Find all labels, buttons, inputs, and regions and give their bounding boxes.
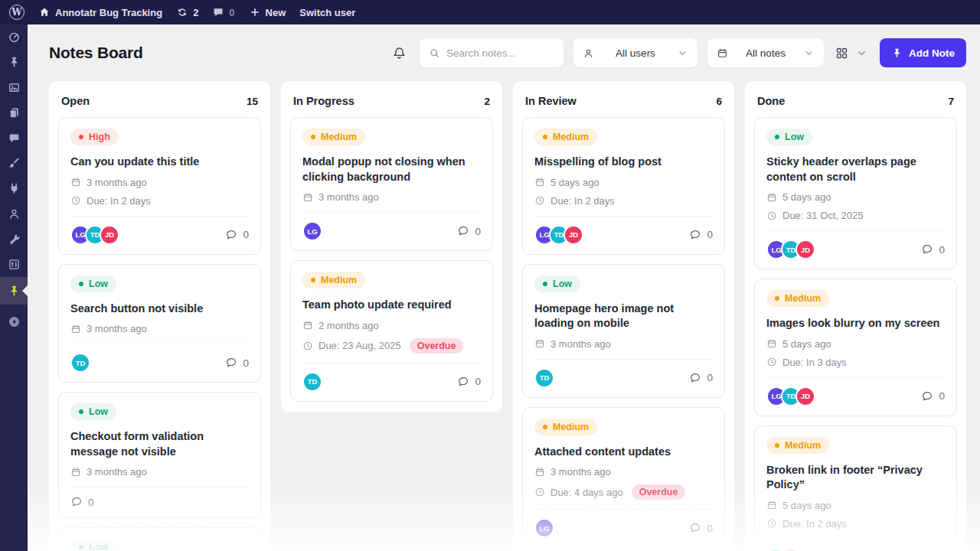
note-card[interactable]: Low Odd line height here 3 months ago <box>58 527 261 551</box>
sidebar-item-plugins[interactable] <box>0 176 28 201</box>
view-toggle-dropdown[interactable] <box>834 47 870 60</box>
calendar-icon <box>766 338 777 349</box>
sidebar-item-comments[interactable] <box>0 126 28 151</box>
search-input[interactable] <box>446 47 554 59</box>
wordpress-logo[interactable]: W <box>9 5 24 20</box>
assignee-avatars: LG <box>302 221 322 241</box>
sidebar-item-posts[interactable] <box>0 50 28 75</box>
clock-icon <box>766 518 777 529</box>
grid-view-icon <box>835 47 848 60</box>
sidebar-item-pages[interactable] <box>0 100 28 126</box>
comment-count[interactable]: 0 <box>689 522 713 534</box>
clock-icon <box>70 195 81 206</box>
note-card[interactable]: Medium Misspelling of blog post 5 days a… <box>522 117 725 255</box>
pin-icon <box>891 47 903 59</box>
avatar[interactable]: TD <box>70 353 90 373</box>
add-note-label: Add Note <box>909 47 955 59</box>
note-card[interactable]: Low Checkout form validation message not… <box>58 392 261 518</box>
created-row: 3 months ago <box>70 177 249 188</box>
note-title: Attached content updates <box>534 445 713 460</box>
avatar[interactable]: JD <box>795 240 815 259</box>
due-row: Due: 4 days agoOverdue <box>534 484 713 500</box>
calendar-icon <box>534 338 545 349</box>
assignee-avatars: TD <box>534 368 554 388</box>
note-card[interactable]: Medium Modal popup not closing when clic… <box>290 117 493 251</box>
overdue-badge: Overdue <box>410 338 464 354</box>
avatar[interactable]: JD <box>795 386 815 406</box>
created-row: 3 months ago <box>70 466 249 478</box>
sidebar-collapse-menu[interactable] <box>0 309 28 334</box>
column-in-progress: In Progress 2 Medium Modal popup not clo… <box>281 81 502 412</box>
avatar[interactable]: JD <box>100 225 119 245</box>
note-card[interactable]: High Can you update this title 3 months … <box>58 117 261 255</box>
column-title: In Progress <box>293 95 354 107</box>
comments-bubble-icon <box>212 6 224 18</box>
note-card[interactable]: Medium Attached content updates 3 months… <box>522 407 725 549</box>
notes-filter-value: All notes <box>728 47 803 59</box>
comment-count[interactable]: 0 <box>457 225 481 237</box>
column-open: Open 15 High Can you update this title 3… <box>49 81 270 551</box>
assignee-avatars: TD <box>302 372 322 392</box>
comment-count[interactable]: 0 <box>689 372 713 384</box>
search-box[interactable] <box>420 38 564 67</box>
comment-count[interactable]: 0 <box>921 243 945 256</box>
created-row: 5 days ago <box>766 338 945 350</box>
comments-link[interactable]: 0 <box>212 6 234 18</box>
add-note-button[interactable]: Add Note <box>880 38 966 67</box>
comment-count[interactable]: 0 <box>921 390 945 403</box>
sidebar-item-media[interactable] <box>0 75 28 100</box>
comment-icon <box>689 229 701 241</box>
column-count: 2 <box>484 96 490 107</box>
comment-icon <box>225 357 237 369</box>
comment-count[interactable]: 0 <box>225 229 249 241</box>
avatar[interactable]: TD <box>302 372 322 392</box>
avatar[interactable]: LG <box>302 221 322 241</box>
note-card[interactable]: Medium Team photo update required 2 mont… <box>290 260 493 402</box>
comment-icon <box>225 229 237 241</box>
sidebar-item-dashboard[interactable] <box>0 24 28 50</box>
created-row: 3 months ago <box>534 338 713 350</box>
priority-badge: Medium <box>302 129 365 145</box>
switch-user-link[interactable]: Switch user <box>299 7 355 18</box>
comment-count[interactable]: 0 <box>689 229 713 241</box>
sidebar-item-notes-board-active[interactable] <box>0 277 28 305</box>
plus-icon <box>249 6 261 18</box>
sidebar-item-appearance[interactable] <box>0 151 28 176</box>
notes-filter-dropdown[interactable]: All notes <box>707 38 824 67</box>
note-card[interactable]: Low Homepage hero image not loading on m… <box>522 264 725 398</box>
due-row: Due: In 2 days <box>766 518 945 530</box>
home-icon <box>38 6 51 18</box>
new-menu[interactable]: New <box>249 6 286 18</box>
calendar-icon <box>766 192 777 203</box>
chevron-down-icon <box>803 47 815 59</box>
dashboard-icon <box>8 31 21 44</box>
assignee-avatars: LG TD JD <box>534 225 583 245</box>
sidebar-item-settings[interactable] <box>0 252 28 277</box>
assignee-avatars: LG TD JD <box>766 240 815 259</box>
avatar[interactable]: JD <box>564 225 583 245</box>
calendar-icon <box>70 324 81 334</box>
note-title: Team photo update required <box>302 298 481 313</box>
avatar[interactable]: LG <box>534 518 554 538</box>
comment-icon <box>921 243 933 256</box>
comment-count[interactable]: 0 <box>457 376 481 388</box>
updates-link[interactable]: 2 <box>176 6 198 18</box>
calendar-icon <box>70 467 81 478</box>
site-name-link[interactable]: Annotatr Bug Tracking <box>38 6 162 18</box>
note-card[interactable]: Low Search button not visible 3 months a… <box>58 264 261 383</box>
sidebar-item-tools[interactable] <box>0 227 28 252</box>
avatar[interactable]: TD <box>534 368 554 388</box>
avatar[interactable]: JD <box>781 548 801 551</box>
bell-icon <box>392 46 407 60</box>
priority-badge: Low <box>534 276 580 292</box>
comment-count[interactable]: 0 <box>225 357 249 369</box>
media-icon <box>8 81 21 94</box>
sidebar-item-users[interactable] <box>0 201 28 227</box>
note-card[interactable]: Low Sticky header overlaps page content … <box>754 117 957 269</box>
note-card[interactable]: Medium Broken link in footer “Privacy Po… <box>754 425 957 551</box>
notifications-button[interactable] <box>389 43 410 64</box>
users-filter-dropdown[interactable]: All users <box>573 38 697 67</box>
plugins-plug-icon <box>8 182 21 195</box>
note-card[interactable]: Medium Images look blurry on my screen 5… <box>754 279 957 416</box>
comment-count[interactable]: 0 <box>70 496 94 508</box>
